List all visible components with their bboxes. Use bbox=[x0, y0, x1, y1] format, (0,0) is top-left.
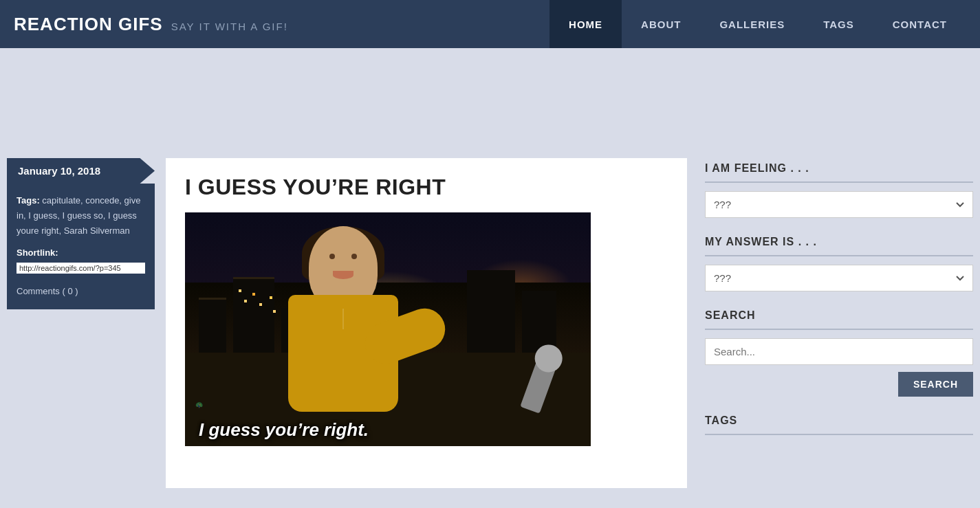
logo-tagline: SAY IT WITH A GIF! bbox=[171, 21, 288, 32]
feeling-title: I AM FEELING . . . bbox=[705, 162, 973, 175]
feeling-section: I AM FEELING . . . ??? bbox=[705, 162, 973, 232]
nav-about[interactable]: ABOUT bbox=[622, 0, 700, 48]
nav-tags[interactable]: TAGS bbox=[804, 0, 873, 48]
feeling-select[interactable]: ??? bbox=[705, 191, 973, 218]
post-title: I GUESS YOU’RE RIGHT bbox=[185, 175, 668, 200]
gif-mic bbox=[520, 355, 558, 413]
post-gif: 🦚 I guess you’re right. bbox=[185, 212, 591, 446]
answer-divider bbox=[705, 255, 973, 256]
search-button[interactable]: SEARCH bbox=[898, 372, 973, 397]
nav-contact[interactable]: CONTACT bbox=[873, 0, 966, 48]
post-date: January 10, 2018 bbox=[7, 158, 155, 184]
comments-link[interactable]: Comments ( 0 ) bbox=[17, 284, 145, 299]
search-divider bbox=[705, 329, 973, 330]
tags-section: TAGS bbox=[705, 397, 973, 435]
answer-section: MY ANSWER IS . . . ??? bbox=[705, 236, 973, 305]
tags-title: TAGS bbox=[705, 415, 973, 427]
tags-divider bbox=[705, 434, 973, 435]
sidebar-right: I AM FEELING . . . ??? MY ANSWER IS . . … bbox=[698, 158, 973, 488]
logo-title: REACTION GIFS bbox=[14, 14, 163, 35]
main-nav: HOME ABOUT GALLERIES TAGS CONTACT bbox=[549, 0, 966, 48]
main-post: I GUESS YOU’RE RIGHT bbox=[155, 158, 698, 488]
search-title: SEARCH bbox=[705, 309, 973, 322]
search-section: SEARCH SEARCH bbox=[705, 309, 973, 372]
banner-area bbox=[0, 48, 980, 158]
gif-woman bbox=[206, 226, 508, 419]
site-header: REACTION GIFS SAY IT WITH A GIF! HOME AB… bbox=[0, 0, 980, 48]
nav-home[interactable]: HOME bbox=[549, 0, 622, 48]
sidebar-left: January 10, 2018 Tags: capitulate, conce… bbox=[7, 158, 155, 488]
content-area: January 10, 2018 Tags: capitulate, conce… bbox=[0, 158, 980, 502]
shortlink-label: Shortlink: bbox=[17, 245, 145, 261]
gif-watermark: 🦚 bbox=[195, 401, 203, 408]
answer-title: MY ANSWER IS . . . bbox=[705, 236, 973, 248]
shortlink-input[interactable] bbox=[17, 263, 145, 274]
search-input[interactable] bbox=[705, 338, 973, 365]
post-card: I GUESS YOU’RE RIGHT bbox=[166, 158, 687, 488]
feeling-divider bbox=[705, 181, 973, 183]
tags-label: Tags: bbox=[17, 195, 40, 206]
gif-caption: I guess you’re right. bbox=[185, 419, 591, 441]
site-logo: REACTION GIFS SAY IT WITH A GIF! bbox=[14, 14, 288, 35]
tags-container: Tags: capitulate, concede, give in, I gu… bbox=[17, 193, 145, 239]
answer-select[interactable]: ??? bbox=[705, 265, 973, 291]
post-meta: Tags: capitulate, concede, give in, I gu… bbox=[7, 184, 155, 309]
nav-galleries[interactable]: GALLERIES bbox=[700, 0, 804, 48]
